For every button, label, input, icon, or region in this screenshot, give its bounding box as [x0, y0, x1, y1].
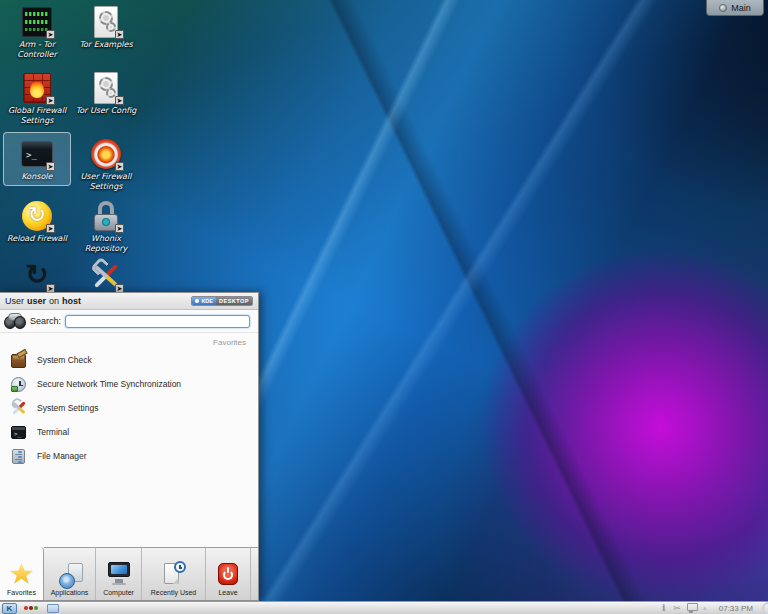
- tab-recently-used[interactable]: Recently Used: [142, 547, 206, 600]
- power-icon: [216, 561, 240, 587]
- shortcut-badge-icon: ➤: [115, 162, 124, 171]
- shortcut-badge-icon: ➤: [46, 224, 55, 233]
- kickoff-tab-bar: Favorites Applications Computer Recently…: [0, 547, 258, 600]
- tab-leave[interactable]: Leave: [206, 547, 251, 600]
- shortcut-badge-icon: ➤: [115, 224, 124, 233]
- desktop-icon-tor-user-config[interactable]: ➤ Tor User Config: [74, 72, 138, 116]
- kde-badge-left: KDE: [192, 297, 216, 305]
- header-prefix: User: [5, 296, 24, 306]
- kde-gear-icon: [195, 299, 199, 303]
- search-row: Search:: [0, 310, 258, 333]
- desktop-icon-setup-tools[interactable]: ➤: [74, 260, 138, 294]
- applications-icon: [59, 563, 83, 589]
- header-username: user: [27, 296, 46, 306]
- kde-badge-right: DESKTOP: [216, 297, 252, 305]
- favorites-section-label: Favorites: [0, 333, 258, 348]
- search-label: Search:: [30, 316, 61, 326]
- desktop-icon-global-firewall-settings[interactable]: ➤ Global Firewall Settings: [5, 72, 69, 125]
- tray-expander-icon[interactable]: ▲: [702, 605, 708, 611]
- main-activity-button[interactable]: Main: [706, 0, 764, 16]
- desktop-icon-user-firewall-settings[interactable]: ➤ User Firewall Settings: [74, 138, 138, 191]
- document-clock-icon: [162, 561, 186, 587]
- tab-bar-filler: [251, 547, 258, 600]
- panel-toolbox-cashew-icon[interactable]: [762, 602, 768, 614]
- kickoff-header: User user on host KDE DESKTOP: [0, 293, 258, 310]
- shortcut-badge-icon: ➤: [115, 30, 124, 39]
- kde-desktop-badge: KDE DESKTOP: [191, 296, 253, 306]
- activity-icon: [719, 4, 727, 12]
- header-hostname: host: [62, 296, 81, 306]
- digital-clock[interactable]: 07:33 PM: [719, 604, 753, 613]
- system-tray: i ✂ ▲ 07:33 PM: [659, 602, 768, 614]
- computer-monitor-icon: [107, 561, 131, 587]
- menu-item-system-settings[interactable]: System Settings: [0, 396, 258, 420]
- activity-manager-icon[interactable]: [24, 606, 38, 610]
- desktop-icon-arm-tor-controller[interactable]: ➤ Arm - Tor Controller: [5, 6, 69, 59]
- menu-item-terminal[interactable]: >_ Terminal: [0, 420, 258, 444]
- tab-favorites[interactable]: Favorites: [0, 547, 44, 600]
- kmenu-launcher-button[interactable]: K: [2, 603, 17, 614]
- desktop-icon-konsole[interactable]: >_➤ Konsole: [5, 138, 69, 182]
- shortcut-badge-icon: ➤: [46, 30, 55, 39]
- desktop-icon-reload-firewall[interactable]: ↻➤ Reload Firewall: [5, 200, 69, 244]
- desktop-pager[interactable]: [47, 604, 59, 613]
- klipper-scissors-icon[interactable]: ✂: [673, 603, 681, 613]
- tab-computer[interactable]: Computer: [96, 547, 142, 600]
- menu-empty-area: [0, 468, 258, 547]
- desktop-icon-tor-examples[interactable]: ➤ Tor Examples: [74, 6, 138, 50]
- binoculars-search-icon: [4, 312, 26, 330]
- network-monitor-icon[interactable]: [686, 603, 697, 613]
- shortcut-badge-icon: ➤: [46, 162, 55, 171]
- desktop-icon-restart[interactable]: ↻➤: [5, 260, 69, 294]
- search-input[interactable]: [65, 315, 250, 328]
- main-activity-label: Main: [731, 3, 751, 13]
- clock-sync-icon: [10, 376, 27, 393]
- shortcut-badge-icon: ➤: [46, 96, 55, 105]
- info-tray-icon[interactable]: i: [659, 603, 668, 613]
- menu-item-system-check[interactable]: System Check: [0, 348, 258, 372]
- bottom-panel: K i ✂ ▲ 07:33 PM: [0, 601, 768, 614]
- desktop-icon-whonix-repository[interactable]: ➤ Whonix Repository: [74, 200, 138, 253]
- desktop: Main ➤ Arm - Tor Controller ➤ Tor Exampl…: [0, 0, 768, 614]
- header-on: on: [49, 296, 59, 306]
- star-icon: [10, 561, 34, 587]
- shortcut-badge-icon: ➤: [115, 96, 124, 105]
- menu-item-time-sync[interactable]: Secure Network Time Synchronization: [0, 372, 258, 396]
- tools-icon: [10, 400, 27, 417]
- package-icon: [10, 352, 27, 369]
- file-cabinet-icon: [10, 448, 27, 465]
- terminal-icon: >_: [10, 424, 27, 441]
- menu-item-file-manager[interactable]: File Manager: [0, 444, 258, 468]
- tab-applications[interactable]: Applications: [44, 547, 96, 600]
- kickoff-menu: User user on host KDE DESKTOP Search: Fa…: [0, 292, 259, 601]
